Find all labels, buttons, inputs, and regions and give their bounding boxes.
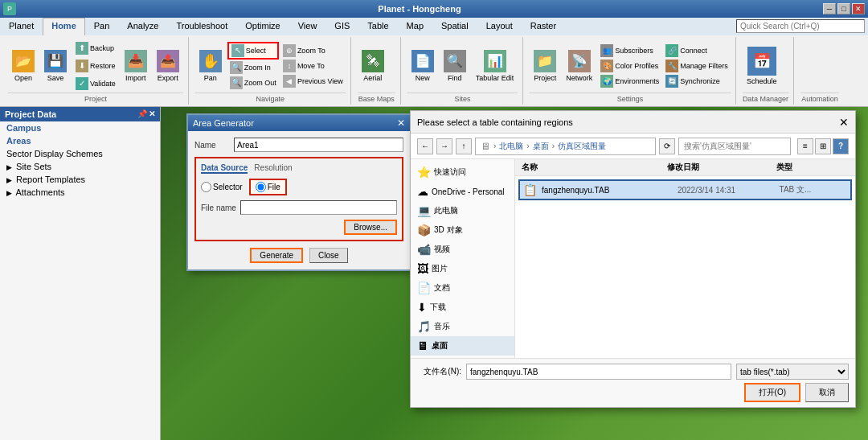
- aerial-button[interactable]: 🛰 Aerial: [358, 47, 388, 84]
- sidebar-documents[interactable]: 📄 文档: [411, 278, 514, 298]
- project-settings-button[interactable]: 📁 Project: [530, 47, 560, 84]
- tab-pan[interactable]: Pan: [85, 18, 119, 35]
- tab-optimize[interactable]: Optimize: [236, 18, 289, 35]
- name-input[interactable]: [234, 138, 403, 152]
- area-generator-close[interactable]: ✕: [397, 117, 405, 129]
- view-list-button[interactable]: ≡: [797, 138, 813, 154]
- zoom-out-button[interactable]: 🔍 Zoom Out: [227, 76, 279, 90]
- tabular-edit-button[interactable]: 📊 Tabular Edit: [472, 47, 518, 84]
- restore-button[interactable]: ⬇ Restore: [72, 58, 119, 74]
- pan-button[interactable]: ✋ Pan: [195, 47, 226, 84]
- synchronize-button[interactable]: 🔄 Synchronize: [663, 74, 731, 88]
- find-button[interactable]: 🔍 Find: [440, 47, 470, 84]
- prev-view-button[interactable]: ◀ Previous View: [280, 74, 346, 88]
- export-button[interactable]: 📤 Export: [153, 47, 183, 84]
- ribbon-group-datamanager: 📅 Schedule Data Manager: [738, 37, 794, 105]
- filename-label: File name: [201, 204, 237, 212]
- sidebar-item-site-sets[interactable]: ▶ Site Sets: [0, 160, 160, 173]
- sidebar-pin-button[interactable]: 📌: [137, 109, 147, 119]
- videos-label: 视频: [434, 244, 450, 255]
- open-file-button[interactable]: 打开(O): [744, 383, 800, 402]
- validate-button[interactable]: ✓ Validate: [72, 76, 119, 92]
- up-button[interactable]: ↑: [456, 138, 472, 154]
- forward-button[interactable]: →: [436, 138, 452, 154]
- data-source-tab[interactable]: Data Source: [201, 163, 248, 174]
- generate-button[interactable]: Generate: [250, 248, 303, 263]
- save-button[interactable]: 💾 Save: [40, 47, 71, 84]
- sidebar-close-button[interactable]: ✕: [149, 109, 155, 119]
- view-details-button[interactable]: ⊞: [815, 138, 831, 154]
- sidebar-item-report-templates[interactable]: ▶ Report Templates: [0, 173, 160, 186]
- tab-map[interactable]: Map: [398, 18, 432, 35]
- import-button[interactable]: 📥 Import: [121, 47, 151, 84]
- move-to-button[interactable]: ↕ Move To: [280, 59, 346, 73]
- filename-footer-input[interactable]: [466, 364, 731, 380]
- selector-radio[interactable]: [201, 182, 211, 192]
- zoom-in-button[interactable]: 🔍 Zoom In: [227, 60, 279, 75]
- path-desktop[interactable]: 桌面: [533, 141, 549, 152]
- sidebar-quick-access[interactable]: ⭐ 快速访问: [411, 162, 514, 182]
- sidebar-3d-objects[interactable]: 📦 3D 对象: [411, 220, 514, 240]
- sidebar-music[interactable]: 🎵 音乐: [411, 317, 514, 336]
- network-icon: 📡: [568, 50, 591, 72]
- cancel-file-button[interactable]: 取消: [805, 383, 849, 402]
- tab-troubleshoot[interactable]: Troubleshoot: [167, 18, 236, 35]
- minimize-button[interactable]: ─: [823, 3, 836, 14]
- selector-radio-label[interactable]: Selector: [201, 182, 243, 192]
- tab-view[interactable]: View: [289, 18, 326, 35]
- name-label: Name: [194, 141, 231, 150]
- refresh-button[interactable]: ⟳: [659, 138, 675, 154]
- subscribers-button[interactable]: 👥 Subscribers: [598, 43, 661, 58]
- connect-button[interactable]: 🔗 Connect: [663, 43, 731, 58]
- file-search-input[interactable]: [678, 138, 791, 155]
- manage-filters-button[interactable]: 🔧 Manage Filters: [663, 59, 731, 73]
- tab-layout[interactable]: Layout: [477, 18, 522, 35]
- new-button[interactable]: 📄 New: [407, 47, 438, 84]
- file-picker-close[interactable]: ✕: [839, 116, 849, 129]
- file-radio[interactable]: [256, 182, 266, 192]
- sidebar-desktop[interactable]: 🖥 桌面: [411, 336, 514, 356]
- resolution-tab[interactable]: Resolution: [254, 163, 292, 174]
- color-profiles-icon: 🎨: [600, 60, 613, 72]
- quick-search-input[interactable]: [736, 19, 865, 33]
- tab-spatial[interactable]: Spatial: [432, 18, 477, 35]
- ribbon-group-navigate: ✋ Pan ↖ Select 🔍 Zoom In 🔍 Zoom Out: [190, 37, 351, 105]
- maximize-button[interactable]: □: [837, 3, 850, 14]
- sidebar-downloads[interactable]: ⬇ 下载: [411, 298, 514, 317]
- environments-button[interactable]: 🌍 Environments: [598, 74, 661, 88]
- select-button[interactable]: ↖ Select: [227, 42, 279, 60]
- schedule-button[interactable]: 📅 Schedule: [743, 44, 781, 88]
- downloads-label: 下载: [430, 302, 446, 313]
- file-radio-label[interactable]: File: [249, 179, 287, 195]
- sidebar-item-sector-display[interactable]: Sector Display Schemes: [0, 147, 160, 160]
- tab-raster[interactable]: Raster: [522, 18, 565, 35]
- sidebar-this-pc[interactable]: 💻 此电脑: [411, 201, 514, 220]
- filetype-select[interactable]: tab files(*.tab): [736, 364, 849, 380]
- zoom-to-button[interactable]: ⊕ Zoom To: [280, 43, 346, 58]
- tab-planet[interactable]: Planet: [0, 18, 43, 35]
- tab-gis[interactable]: GIS: [326, 18, 358, 35]
- report-arrow: ▶: [6, 176, 12, 184]
- network-button[interactable]: 📡 Network: [562, 47, 596, 84]
- area-gen-close-button[interactable]: Close: [309, 248, 348, 263]
- backup-button[interactable]: ⬆ Backup: [72, 40, 119, 56]
- path-current[interactable]: 仿真区域围量: [558, 141, 606, 152]
- sidebar-item-attachments[interactable]: ▶ Attachments: [0, 186, 160, 199]
- close-button[interactable]: ✕: [852, 3, 865, 14]
- sidebar-item-areas[interactable]: Areas: [0, 134, 160, 147]
- path-computer[interactable]: 北电脑: [499, 141, 523, 152]
- filename-input[interactable]: [240, 200, 397, 215]
- help-button[interactable]: ?: [833, 138, 849, 154]
- browse-button[interactable]: Browse...: [344, 220, 397, 235]
- back-button[interactable]: ←: [417, 138, 433, 154]
- open-button[interactable]: 📂 Open: [8, 47, 39, 84]
- file-item-tab[interactable]: 📋 fangzhenquyu.TAB 2022/3/14 14:31 TAB 文…: [518, 179, 852, 200]
- tab-analyze[interactable]: Analyze: [118, 18, 167, 35]
- sidebar-item-campus[interactable]: Campus: [0, 121, 160, 134]
- tab-home[interactable]: Home: [43, 18, 85, 35]
- sidebar-onedrive[interactable]: ☁ OneDrive - Personal: [411, 182, 514, 201]
- color-profiles-button[interactable]: 🎨 Color Profiles: [598, 59, 661, 73]
- sidebar-videos[interactable]: 📹 视频: [411, 240, 514, 259]
- tab-table[interactable]: Table: [358, 18, 397, 35]
- sidebar-pictures[interactable]: 🖼 图片: [411, 259, 514, 278]
